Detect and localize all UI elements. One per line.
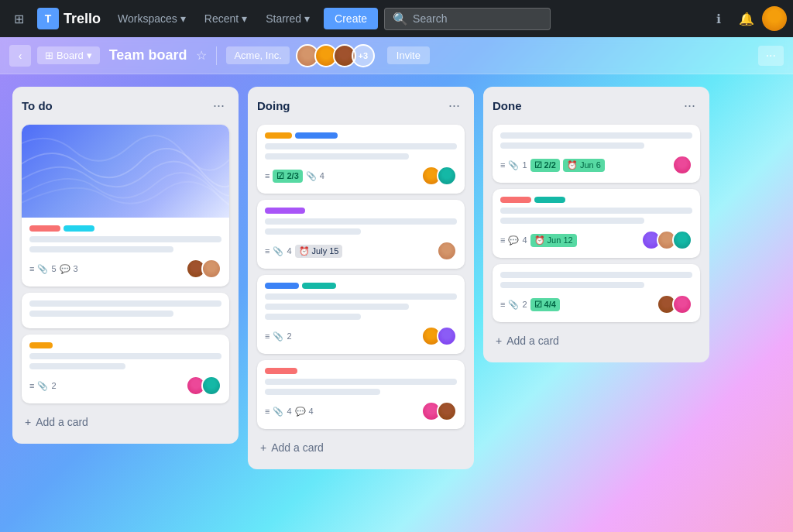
search-bar[interactable]: 🔍: [384, 8, 551, 30]
card-footer-doing-4: ≡ 📎 4 💬 4: [265, 401, 457, 421]
info-button[interactable]: ℹ: [706, 6, 731, 31]
card-doing-2[interactable]: ≡ 📎 4 ⏰ July 15: [257, 200, 465, 269]
card-meta-doing-1: ≡ ☑ 2/3 📎 4: [265, 170, 324, 183]
starred-label: Starred: [266, 12, 301, 25]
user-avatar[interactable]: [762, 6, 787, 31]
date-badge-done-1: ⏰ Jun 6: [563, 159, 605, 172]
add-card-doing[interactable]: + Add a card: [257, 435, 465, 460]
column-header-doing: Doing ···: [257, 96, 465, 115]
card-avatar-d2a[interactable]: [437, 241, 457, 261]
label-done-2-pink: [500, 197, 531, 203]
starred-menu[interactable]: Starred ▾: [258, 8, 318, 29]
attach-count: 5: [51, 264, 56, 273]
comment-icon-d4: 💬: [295, 407, 306, 417]
align-icon-done3: ≡: [500, 300, 505, 309]
sidebar-toggle[interactable]: ‹: [9, 45, 31, 67]
workspace-chip[interactable]: Acme, Inc.: [226, 46, 289, 64]
card-avatar-d1b[interactable]: [437, 166, 457, 186]
card-text-todo-2-line2: [29, 311, 173, 317]
check-badge-doing-1-badge: ☑ 2/3: [273, 170, 302, 183]
card-footer-doing-3: ≡ 📎 2: [265, 326, 457, 346]
card-labels-doing-3: [265, 283, 457, 289]
add-icon-done: +: [496, 335, 502, 347]
label-done-2-teal: [534, 197, 565, 203]
card-doing-3[interactable]: ≡ 📎 2: [257, 275, 465, 354]
align-icon-d4: ≡: [265, 407, 269, 416]
workspaces-menu[interactable]: Workspaces ▾: [110, 8, 194, 29]
card-cover-todo-1: [22, 125, 229, 218]
card-meta-done-3: ≡ 📎 2 ☑ 4/4: [500, 298, 560, 311]
comment-icon-done2: 💬: [508, 235, 519, 245]
add-card-done[interactable]: + Add a card: [493, 328, 700, 353]
card-avatar-done2c[interactable]: [672, 230, 692, 250]
card-avatar-1b[interactable]: [201, 259, 221, 279]
board-view-label: Board: [57, 50, 84, 61]
card-text-doing-1-line1: [265, 143, 457, 149]
search-input[interactable]: [413, 12, 542, 25]
date-badge-d2: ⏰ July 15: [295, 245, 343, 258]
card-footer-todo-1: ≡ 📎 5 💬 3: [29, 259, 221, 279]
board-view-button[interactable]: ⊞ Board ▾: [37, 46, 100, 64]
card-meta-done-2: ≡ 💬 4 ⏰ Jun 12: [500, 234, 577, 247]
card-text-done-2-line2: [500, 218, 644, 224]
card-avatar-d3b[interactable]: [437, 326, 457, 346]
card-avatars-doing-4: [421, 401, 457, 421]
clip-icon-d1: 📎: [306, 171, 317, 181]
card-doing-4[interactable]: ≡ 📎 4 💬 4: [257, 360, 465, 429]
more-options-button[interactable]: ···: [758, 46, 784, 66]
card-todo-3[interactable]: ≡ 📎 2: [22, 335, 229, 403]
star-button[interactable]: ☆: [196, 48, 207, 63]
card-text-doing-4-line1: [265, 379, 457, 385]
clip-icon-d3: 📎: [273, 331, 283, 342]
clip-icon-d2: 📎: [273, 246, 283, 256]
attach-count-3: 2: [51, 381, 56, 390]
add-card-done-label: Add a card: [506, 335, 559, 347]
label-cyan: [64, 225, 94, 232]
card-avatars-doing-1: [421, 166, 457, 186]
card-text-done-3-line1: [500, 272, 692, 278]
column-menu-todo[interactable]: ···: [208, 96, 229, 115]
column-title-doing: Doing: [257, 99, 290, 112]
board-header: ‹ ⊞ Board ▾ Team board ☆ Acme, Inc. +3 I…: [0, 37, 793, 74]
recent-menu[interactable]: Recent ▾: [197, 8, 255, 29]
card-footer-done-2: ≡ 💬 4 ⏰ Jun 12: [500, 230, 692, 250]
card-footer-doing-1: ≡ ☑ 2/3 📎 4: [265, 166, 457, 186]
clip-icon-3: 📎: [37, 381, 48, 391]
card-done-2[interactable]: ≡ 💬 4 ⏰ Jun 12: [493, 189, 700, 258]
add-card-todo-label: Add a card: [36, 416, 88, 428]
card-doing-1[interactable]: ≡ ☑ 2/3 📎 4: [257, 125, 465, 194]
column-menu-doing[interactable]: ···: [444, 96, 465, 115]
create-button[interactable]: Create: [324, 8, 378, 29]
card-text-doing-3-line3: [265, 314, 361, 320]
trello-wordmark: Trello: [64, 11, 101, 27]
card-todo-2[interactable]: [22, 293, 229, 328]
attach-count-d4: 4: [287, 407, 291, 416]
card-avatar-done3b[interactable]: [672, 294, 692, 314]
clip-icon-d4: 📎: [273, 407, 283, 417]
card-text-doing-1-line2: [265, 153, 409, 160]
card-avatar-done1a[interactable]: [672, 155, 692, 175]
label-doing-1-blue: [295, 132, 338, 139]
card-done-1[interactable]: ≡ 📎 1 ☑ 2/2 ⏰ Jun 6: [493, 125, 700, 183]
card-avatar-d4b[interactable]: [437, 401, 457, 421]
add-icon-todo: +: [25, 416, 31, 428]
card-todo-1[interactable]: ≡ 📎 5 💬 3: [22, 125, 229, 287]
grid-menu-button[interactable]: ⊞: [6, 6, 31, 31]
card-text-done-3-line2: [500, 282, 644, 288]
member-count[interactable]: +3: [352, 44, 375, 67]
card-avatar-3b[interactable]: [201, 376, 221, 396]
add-icon-doing: +: [260, 441, 266, 454]
notifications-button[interactable]: 🔔: [734, 6, 759, 31]
card-avatars-doing-2: [437, 241, 457, 261]
invite-button[interactable]: Invite: [387, 46, 430, 64]
card-text-todo-1-line2: [29, 246, 173, 252]
search-icon: 🔍: [393, 12, 408, 26]
add-card-todo[interactable]: + Add a card: [22, 410, 229, 434]
column-todo: To do ···: [12, 87, 239, 444]
column-menu-done[interactable]: ···: [679, 96, 700, 115]
trello-logo[interactable]: T Trello: [37, 8, 101, 29]
card-text-todo-2-line1: [29, 300, 221, 307]
card-footer-todo-3: ≡ 📎 2: [29, 376, 221, 396]
card-done-3[interactable]: ≡ 📎 2 ☑ 4/4: [493, 264, 700, 322]
card-meta-doing-3: ≡ 📎 2: [265, 331, 292, 342]
